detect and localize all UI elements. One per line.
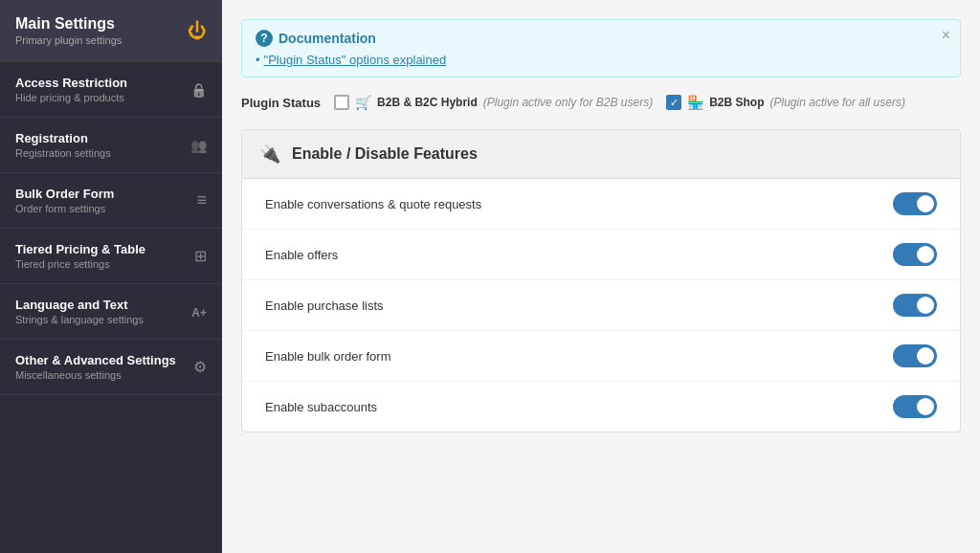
toggle-conversations[interactable] — [893, 192, 937, 215]
lock-icon — [190, 81, 207, 99]
sidebar-item-tiered-pricing[interactable]: Tiered Pricing & Table Tiered price sett… — [0, 229, 222, 284]
list-icon — [196, 190, 207, 210]
b2bshop-checkbox[interactable]: ✓ — [666, 95, 681, 110]
feature-label-purchase-lists: Enable purchase lists — [265, 299, 384, 313]
documentation-box: ? Documentation • "Plugin Status" option… — [241, 19, 961, 77]
feature-row-conversations: Enable conversations & quote requests — [242, 179, 960, 230]
sidebar-item-access-restriction-subtitle: Hide pricing & products — [15, 92, 127, 103]
sidebar-header-text: Main Settings Primary plugin settings — [15, 15, 122, 46]
sidebar-header: Main Settings Primary plugin settings ⏻ — [0, 0, 222, 62]
feature-row-purchase-lists: Enable purchase lists — [242, 280, 960, 331]
plugin-status-hybrid[interactable]: 🛒 B2B & B2C Hybrid (Plugin active only f… — [334, 95, 653, 110]
feature-row-bulk-order: Enable bulk order form — [242, 331, 960, 382]
feature-label-conversations: Enable conversations & quote requests — [265, 197, 481, 211]
sidebar-item-language-subtitle: Strings & language settings — [15, 314, 144, 325]
sidebar-item-registration[interactable]: Registration Registration settings — [0, 118, 222, 173]
close-icon[interactable]: × — [942, 28, 950, 43]
plugin-status-b2b-shop[interactable]: ✓ 🏪 B2B Shop (Plugin active for all user… — [666, 95, 905, 110]
features-header: 🔌 Enable / Disable Features — [242, 130, 960, 179]
language-icon — [191, 303, 207, 321]
feature-label-subaccounts: Enable subaccounts — [265, 400, 377, 414]
doc-box-link[interactable]: • "Plugin Status" options explained — [256, 53, 947, 67]
sidebar-item-tiered-pricing-subtitle: Tiered price settings — [15, 258, 145, 270]
sidebar-item-other-title: Other & Advanced Settings — [15, 353, 176, 367]
toggle-offers[interactable] — [893, 243, 937, 266]
gear-icon — [193, 358, 207, 376]
sidebar-item-other-subtitle: Miscellaneous settings — [15, 369, 176, 381]
users-icon — [190, 137, 207, 154]
sidebar-item-language[interactable]: Language and Text Strings & language set… — [0, 284, 222, 340]
feature-row-offers: Enable offers — [242, 230, 960, 280]
hybrid-desc: (Plugin active only for B2B users) — [483, 96, 653, 109]
hybrid-name: B2B & B2C Hybrid — [377, 96, 478, 109]
hybrid-checkbox[interactable] — [334, 95, 349, 110]
bullet-icon: • — [256, 53, 260, 67]
sidebar-item-other-advanced[interactable]: Other & Advanced Settings Miscellaneous … — [0, 340, 222, 395]
sidebar-item-registration-title: Registration — [15, 131, 111, 145]
feature-label-offers: Enable offers — [265, 248, 338, 262]
sidebar-item-registration-subtitle: Registration settings — [15, 147, 111, 159]
b2bshop-desc: (Plugin active for all users) — [770, 96, 905, 109]
features-header-title: Enable / Disable Features — [292, 145, 478, 163]
cart-icon: 🛒 — [355, 95, 371, 110]
sidebar-item-bulk-order-subtitle: Order form settings — [15, 203, 114, 214]
main-content: ? Documentation • "Plugin Status" option… — [222, 0, 980, 553]
feature-row-subaccounts: Enable subaccounts — [242, 382, 960, 431]
table-icon — [194, 247, 207, 265]
sidebar-item-access-restriction-title: Access Restriction — [15, 76, 127, 90]
doc-link-text[interactable]: "Plugin Status" options explained — [264, 53, 447, 67]
toggle-purchase-lists[interactable] — [893, 294, 937, 317]
sidebar-item-bulk-order[interactable]: Bulk Order Form Order form settings — [0, 173, 222, 229]
sidebar-item-bulk-order-title: Bulk Order Form — [15, 187, 114, 201]
b2bshop-name: B2B Shop — [709, 96, 764, 109]
toggle-bulk-order[interactable] — [893, 344, 937, 367]
features-section: 🔌 Enable / Disable Features Enable conve… — [241, 129, 961, 432]
sidebar-title: Main Settings — [15, 15, 122, 33]
plugin-status-row: Plugin Status 🛒 B2B & B2C Hybrid (Plugin… — [241, 95, 961, 110]
feature-label-bulk-order: Enable bulk order form — [265, 349, 391, 364]
toggle-subaccounts[interactable] — [893, 395, 937, 418]
sidebar-item-language-title: Language and Text — [15, 298, 144, 312]
doc-box-title: ? Documentation — [256, 30, 947, 47]
plugin-status-label: Plugin Status — [241, 96, 321, 110]
plug-icon: 🔌 — [259, 144, 280, 165]
shop-icon: 🏪 — [687, 95, 703, 110]
sidebar-item-tiered-pricing-title: Tiered Pricing & Table — [15, 242, 145, 256]
sidebar-item-access-restriction[interactable]: Access Restriction Hide pricing & produc… — [0, 62, 222, 118]
sidebar-subtitle: Primary plugin settings — [15, 34, 122, 46]
power-icon[interactable]: ⏻ — [188, 20, 207, 42]
question-icon: ? — [256, 30, 273, 47]
sidebar: Main Settings Primary plugin settings ⏻ … — [0, 0, 222, 553]
